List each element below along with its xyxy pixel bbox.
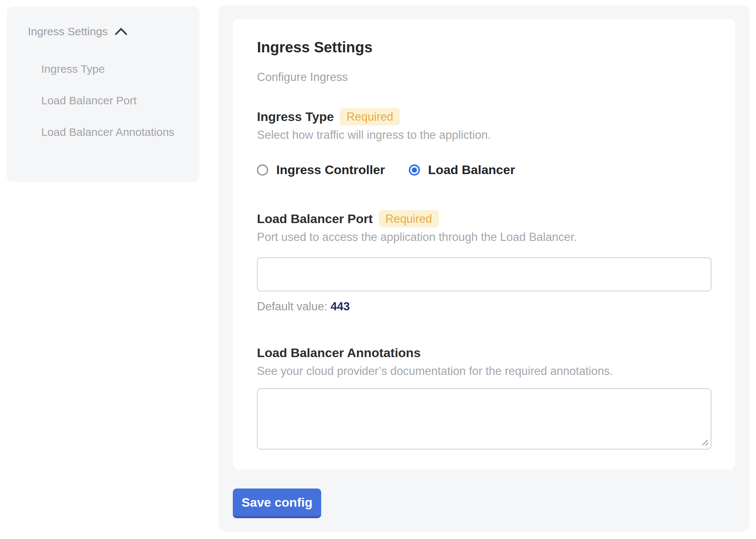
required-badge: Required bbox=[340, 108, 400, 125]
section-label-row: Load Balancer Annotations bbox=[257, 344, 711, 362]
radio-dot bbox=[412, 167, 417, 173]
save-config-button[interactable]: Save config bbox=[233, 489, 321, 518]
load-balancer-annotations-label: Load Balancer Annotations bbox=[257, 346, 421, 360]
main-panel: Ingress Settings Configure Ingress Ingre… bbox=[219, 5, 749, 532]
load-balancer-port-description: Port used to access the application thro… bbox=[257, 231, 711, 244]
section-load-balancer-port: Load Balancer Port Required Port used to… bbox=[257, 210, 711, 313]
sidebar-group-label: Ingress Settings bbox=[28, 24, 108, 39]
ingress-type-label: Ingress Type bbox=[257, 110, 334, 124]
chevron-up-icon bbox=[114, 27, 128, 36]
default-value-label: Default value: bbox=[257, 300, 328, 313]
sidebar-item-load-balancer-port[interactable]: Load Balancer Port bbox=[41, 90, 182, 111]
radio-option-load-balancer[interactable]: Load Balancer bbox=[409, 163, 515, 177]
radio-circle bbox=[409, 164, 420, 176]
sidebar-item-load-balancer-annotations[interactable]: Load Balancer Annotations bbox=[41, 121, 182, 143]
sidebar-item-list: Ingress Type Load Balancer Port Load Bal… bbox=[21, 58, 185, 143]
section-label-row: Ingress Type Required bbox=[257, 108, 711, 125]
load-balancer-annotations-textarea[interactable] bbox=[257, 388, 711, 450]
sidebar-item-ingress-type[interactable]: Ingress Type bbox=[41, 58, 182, 79]
radio-circle bbox=[257, 164, 268, 176]
page: { "sidebar": { "header": { "label": "Ing… bbox=[0, 0, 756, 539]
ingress-settings-card: Ingress Settings Configure Ingress Ingre… bbox=[233, 19, 735, 470]
load-balancer-annotations-description: See your cloud provider’s documentation … bbox=[257, 365, 711, 378]
required-badge: Required bbox=[379, 210, 439, 228]
section-load-balancer-annotations: Load Balancer Annotations See your cloud… bbox=[257, 344, 711, 450]
section-label-row: Load Balancer Port Required bbox=[257, 210, 711, 228]
radio-label: Ingress Controller bbox=[276, 163, 385, 177]
default-value: 443 bbox=[330, 300, 350, 313]
settings-nav-sidebar: Ingress Settings Ingress Type Load Balan… bbox=[7, 7, 199, 182]
page-subtitle: Configure Ingress bbox=[257, 71, 711, 84]
ingress-type-description: Select how traffic will ingress to the a… bbox=[257, 128, 711, 142]
annotations-textarea-wrap bbox=[257, 388, 711, 450]
page-title: Ingress Settings bbox=[257, 39, 711, 55]
section-ingress-type: Ingress Type Required Select how traffic… bbox=[257, 108, 711, 177]
ingress-type-options: Ingress Controller Load Balancer bbox=[257, 163, 711, 177]
resize-handle-icon[interactable] bbox=[701, 438, 709, 446]
sidebar-group-ingress-settings[interactable]: Ingress Settings bbox=[21, 24, 185, 39]
radio-label: Load Balancer bbox=[428, 163, 515, 177]
default-value-note: Default value: 443 bbox=[257, 300, 711, 313]
load-balancer-port-label: Load Balancer Port bbox=[257, 212, 373, 226]
radio-option-ingress-controller[interactable]: Ingress Controller bbox=[257, 163, 385, 177]
load-balancer-port-input[interactable] bbox=[257, 257, 711, 291]
